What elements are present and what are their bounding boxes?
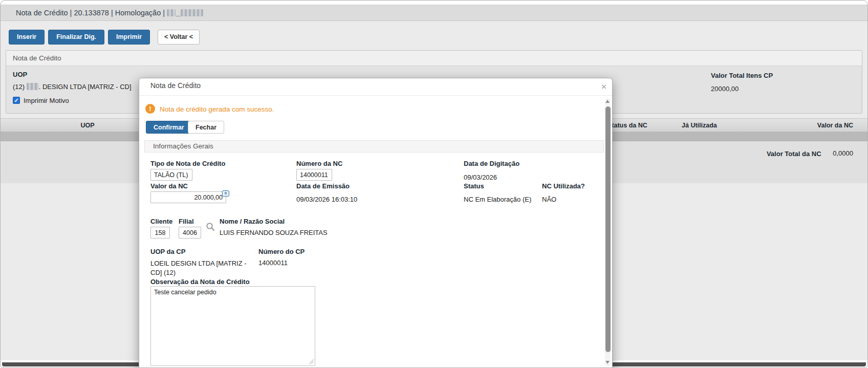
app-window: Nota de Crédito | 20.133878 | Homologaçã… [0, 0, 868, 368]
redacted-username-separator: _ [176, 9, 180, 17]
fechar-button[interactable]: Fechar [188, 121, 224, 134]
imprimir-button[interactable]: Imprimir [108, 30, 150, 45]
tipo-nc-input[interactable] [150, 169, 192, 181]
panel-title: Nota de Crédito [6, 51, 862, 66]
textarea-resize-handle[interactable] [309, 359, 314, 364]
razao-social-label: Nome / Razão Social [220, 218, 285, 225]
imprimir-motivo-checkbox[interactable]: ✓ [13, 97, 20, 104]
data-digitacao-label: Data de Digitação [464, 160, 519, 167]
col-status-nc: Status da NC [607, 122, 647, 129]
redacted-company-part [27, 83, 39, 90]
filial-label: Filial [179, 218, 194, 225]
nota-credito-modal: Nota de Crédito × ! Nota de crédito gera… [139, 78, 613, 368]
finalizar-dig-button[interactable]: Finalizar Dig. [48, 30, 104, 45]
valor-total-nc-value: 0,0000 [833, 149, 853, 183]
observacao-label: Observação da Nota de Crédito [150, 278, 250, 286]
vertical-scrollbar-thumb[interactable] [605, 106, 611, 352]
col-valor-nc: Valor da NC [817, 122, 853, 129]
status-label: Status [464, 182, 484, 190]
numero-nc-label: Número da NC [296, 160, 342, 167]
toolbar: Inserir Finalizar Dig. Imprimir < Voltar… [1, 21, 867, 45]
numero-nc-input[interactable] [296, 169, 332, 181]
nc-utilizada-value: NÃO [542, 196, 556, 203]
voltar-button[interactable]: < Voltar < [158, 30, 200, 45]
uop-cp-value: LOEIL DESIGN LTDA [MATRIZ - CD] (12) [150, 259, 255, 277]
tipo-nc-label: Tipo de Nota de Crédito [150, 160, 225, 167]
data-emissao-label: Data de Emissão [296, 182, 350, 190]
observacao-textarea[interactable]: Teste cancelar pedido [150, 286, 315, 366]
status-value: NC Em Elaboração (E) [464, 196, 531, 203]
valor-total-nc-label: Valor Total da NC [764, 149, 823, 183]
imprimir-motivo-label: Imprimir Motivo [24, 97, 69, 104]
main-area: Inserir Finalizar Dig. Imprimir < Voltar… [1, 21, 867, 360]
numero-cp-value: 14000011 [258, 259, 288, 267]
filial-input[interactable] [179, 227, 201, 239]
col-ja-utilizada: Já Utilizada [682, 122, 717, 129]
numero-cp-label: Número do CP [258, 248, 305, 255]
warning-icon: ! [145, 104, 155, 114]
nc-utilizada-label: NC Utilizada? [542, 182, 585, 190]
page-title: Nota de Crédito | 20.133878 | Homologaçã… [16, 9, 165, 17]
redacted-username-part [181, 9, 203, 16]
valor-nc-label: Valor da NC [150, 182, 188, 190]
money-icon[interactable]: 0 [222, 190, 229, 197]
cliente-label: Cliente [150, 218, 172, 225]
divider [139, 95, 612, 96]
uop-cp-label: UOP da CP [150, 248, 185, 255]
search-icon[interactable] [206, 222, 215, 231]
close-icon[interactable]: × [601, 82, 606, 92]
modal-title: Nota de Crédito [150, 81, 201, 90]
confirmar-button[interactable]: Confirmar [146, 121, 192, 134]
success-message: Nota de crédito gerada com sucesso. [160, 105, 274, 113]
breadcrumb: Nota de Crédito | 20.133878 | Homologaçã… [1, 5, 867, 21]
data-emissao-value: 09/03/2026 16:03:10 [296, 196, 357, 203]
col-uop: UOP [62, 122, 113, 129]
razao-social-value: LUIS FERNANDO SOUZA FREITAS [220, 229, 328, 236]
valor-total-itens-label: Valor Total Itens CP [711, 72, 773, 79]
scroll-up-icon[interactable] [605, 100, 610, 103]
data-digitacao-value: 09/03/2026 [464, 174, 497, 181]
inserir-button[interactable]: Inserir [9, 30, 45, 45]
valor-total-itens-block: Valor Total Itens CP 20000,00 [711, 72, 773, 93]
valor-total-itens-value: 20000,00 [711, 85, 773, 93]
scroll-down-icon[interactable] [605, 361, 610, 364]
redacted-username-part [167, 9, 176, 16]
valor-nc-input[interactable] [150, 191, 226, 203]
cliente-input[interactable] [150, 227, 170, 239]
section-title: Informações Gerais [153, 142, 213, 150]
